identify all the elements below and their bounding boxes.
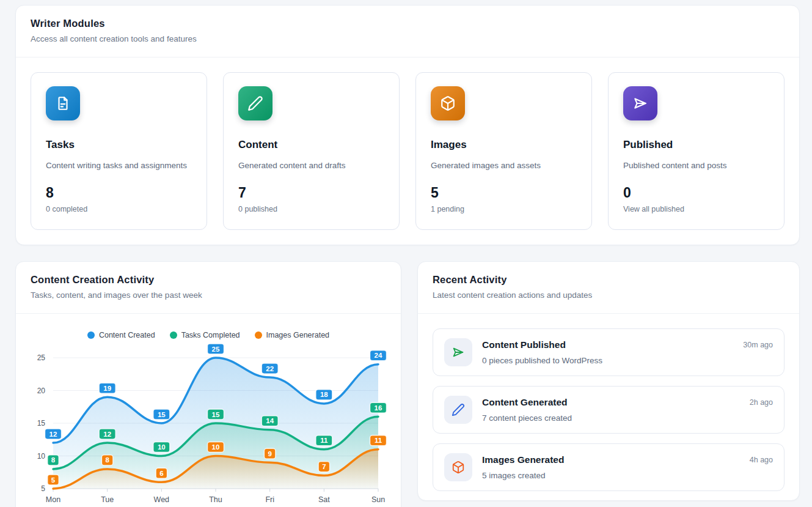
svg-text:22: 22 [266, 365, 274, 372]
module-sub-stat: 0 completed [46, 205, 192, 213]
cube-icon [444, 453, 472, 481]
point-label: 6 [156, 468, 167, 479]
pencil-icon [444, 396, 472, 424]
activity-item-title: Content Generated [482, 397, 740, 408]
module-description: Published content and posts [623, 160, 769, 171]
svg-text:25: 25 [212, 346, 220, 353]
activity-item-content-published[interactable]: Content Published 0 pieces published to … [433, 328, 785, 376]
svg-text:Fri: Fri [265, 495, 274, 504]
send-icon [623, 86, 657, 120]
point-label: 11 [370, 435, 387, 446]
recent-activity-card: Recent Activity Latest content creation … [417, 261, 800, 501]
svg-text:19: 19 [103, 385, 111, 392]
chart-legend: Content CreatedTasks CompletedImages Gen… [25, 331, 392, 339]
svg-text:18: 18 [320, 391, 328, 399]
activity-item-main: Content Published 0 pieces published to … [482, 338, 733, 365]
module-sub-stat: 0 published [238, 205, 384, 213]
writer-modules-title: Writer Modules [31, 18, 785, 29]
point-label: 22 [262, 363, 278, 374]
activity-item-content-generated[interactable]: Content Generated 7 content pieces creat… [433, 386, 785, 434]
writer-modules-card: Writer Modules Access all content creati… [15, 5, 800, 245]
point-label: 10 [208, 442, 224, 453]
module-title: Published [623, 139, 769, 151]
svg-text:25: 25 [37, 353, 46, 362]
module-title: Images [431, 139, 577, 151]
module-card-published[interactable]: Published Published content and posts 0 … [608, 72, 785, 230]
svg-text:12: 12 [49, 431, 57, 438]
activity-item-title: Content Published [482, 339, 733, 350]
activity-item-description: 7 content pieces created [482, 413, 740, 423]
module-sub-stat: View all published [623, 205, 769, 213]
module-count: 5 [431, 185, 577, 201]
point-label: 16 [370, 403, 387, 413]
activity-list: Content Published 0 pieces published to … [418, 314, 799, 506]
legend-dot-icon [255, 331, 262, 339]
modules-grid: Tasks Content writing tasks and assignme… [16, 57, 799, 245]
svg-text:20: 20 [37, 387, 46, 395]
legend-label: Tasks Completed [181, 331, 240, 339]
point-label: 15 [208, 409, 224, 420]
legend-dot-icon [87, 331, 95, 339]
module-count: 7 [238, 185, 384, 201]
svg-text:Wed: Wed [154, 495, 170, 504]
module-card-content[interactable]: Content Generated content and drafts 7 0… [223, 72, 400, 230]
point-label: 15 [153, 409, 170, 420]
svg-text:15: 15 [37, 419, 46, 427]
svg-text:7: 7 [322, 463, 326, 470]
content-creation-activity-card: Content Creation Activity Tasks, content… [15, 261, 401, 507]
legend-item[interactable]: Images Generated [255, 331, 330, 339]
point-label: 24 [370, 350, 387, 361]
module-card-images[interactable]: Images Generated images and assets 5 1 p… [415, 72, 592, 230]
point-label: 5 [48, 475, 59, 485]
point-label: 14 [262, 416, 278, 426]
svg-text:16: 16 [375, 404, 382, 412]
legend-label: Content Created [99, 331, 155, 339]
activity-item-main: Content Generated 7 content pieces creat… [482, 396, 740, 423]
legend-dot-icon [170, 331, 177, 339]
svg-text:10: 10 [158, 443, 166, 451]
module-card-tasks[interactable]: Tasks Content writing tasks and assignme… [31, 72, 207, 230]
activity-item-timestamp: 4h ago [750, 453, 773, 464]
legend-label: Images Generated [266, 331, 330, 339]
activity-item-description: 0 pieces published to WordPress [482, 356, 733, 365]
svg-text:10: 10 [37, 452, 46, 461]
activity-item-description: 5 images created [482, 471, 740, 480]
writer-modules-header: Writer Modules Access all content creati… [16, 6, 799, 57]
pencil-icon [238, 86, 272, 120]
svg-text:14: 14 [266, 417, 274, 424]
legend-item[interactable]: Tasks Completed [170, 331, 240, 339]
point-label: 8 [48, 455, 59, 465]
point-label: 10 [153, 442, 170, 453]
svg-text:15: 15 [212, 411, 220, 418]
point-label: 12 [99, 429, 115, 439]
point-label: 8 [101, 455, 113, 465]
recent-activity-header: Recent Activity Latest content creation … [418, 262, 799, 314]
module-sub-stat: 1 pending [431, 205, 577, 213]
activity-item-timestamp: 2h ago [750, 396, 773, 407]
activity-item-main: Images Generated 5 images created [482, 453, 740, 480]
chart-card-header: Content Creation Activity Tasks, content… [16, 262, 401, 314]
point-label: 7 [318, 462, 330, 472]
point-label: 25 [208, 344, 224, 354]
svg-text:10: 10 [212, 443, 220, 451]
recent-activity-subtitle: Latest content creation actions and upda… [433, 291, 785, 300]
svg-text:15: 15 [158, 411, 166, 418]
svg-text:Mon: Mon [46, 495, 60, 504]
module-count: 0 [623, 185, 769, 201]
module-description: Generated images and assets [431, 160, 577, 171]
send-icon [444, 338, 472, 366]
activity-item-images-generated[interactable]: Images Generated 5 images created 4h ago [433, 443, 785, 491]
svg-text:9: 9 [268, 450, 271, 457]
svg-text:8: 8 [51, 457, 56, 464]
recent-activity-title: Recent Activity [433, 274, 785, 286]
point-label: 12 [45, 429, 62, 439]
svg-text:5: 5 [41, 484, 45, 493]
writer-modules-subtitle: Access all content creation tools and fe… [31, 34, 785, 43]
activity-item-timestamp: 30m ago [743, 338, 773, 349]
svg-text:11: 11 [375, 437, 382, 445]
svg-text:Tue: Tue [101, 495, 114, 504]
legend-item[interactable]: Content Created [87, 331, 155, 339]
dashboard-page: Writer Modules Access all content creati… [0, 0, 812, 507]
module-description: Content writing tasks and assignments [46, 160, 192, 171]
point-label: 11 [316, 435, 332, 446]
